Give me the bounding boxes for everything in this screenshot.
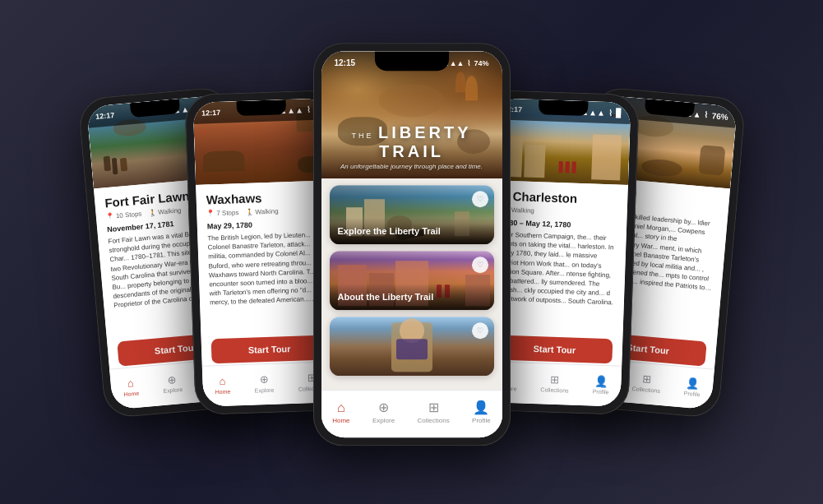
about-card-label: About the Liberty Trail: [338, 292, 434, 302]
wifi-icon: ⌇: [467, 59, 470, 67]
center-time: 12:15: [335, 58, 356, 67]
explore-card-label-area: Explore the Liberty Trail: [330, 218, 494, 244]
center-content: 12:15 ▲▲▲ ⌇ 74% THE LIBERTY TRAIL An unf…: [321, 51, 502, 437]
left-status-bar: 12:17 ▲▲▲ ⌇ ▊: [192, 98, 329, 124]
right-date: 1780 – May 12, 1780: [501, 218, 617, 230]
left-meta: 📍 7 Stops 🚶 Walking: [206, 206, 322, 217]
nav-explore-label: Explore: [163, 386, 183, 393]
left-hero: 12:17 ▲▲▲ ⌇ ▊ ‹: [192, 98, 331, 185]
collections-icon: ⊞: [550, 372, 560, 385]
left-title: Waxhaws: [206, 188, 322, 206]
about-liberty-trail-card[interactable]: About the Liberty Trail ♡: [330, 251, 494, 310]
home-icon: ⌂: [219, 374, 225, 386]
center-nav-collections[interactable]: ⊞ Collections: [418, 400, 450, 424]
center-nav-home[interactable]: ⌂ Home: [332, 400, 349, 424]
far-left-notch: [129, 99, 179, 118]
portrait-card[interactable]: ♡: [330, 317, 494, 376]
home-icon: ⌂: [127, 376, 134, 389]
right-hero: 12:17 ▲▲▲ ⌇ ▊: [492, 98, 631, 185]
explore-icon: ⊕: [259, 372, 269, 385]
the-label: THE: [351, 132, 378, 140]
right-nav-collections[interactable]: ⊞ Collections: [540, 372, 569, 392]
left-time: 12:17: [201, 108, 220, 117]
far-right-notch: [644, 99, 694, 118]
nav-profile-label: Profile: [472, 417, 491, 424]
explore-card-label: Explore the Liberty Trail: [338, 226, 441, 236]
center-cards-area: Explore the Liberty Trail ♡: [321, 178, 502, 390]
collections-icon: ⊞: [641, 372, 651, 385]
about-card-label-area: About the Liberty Trail: [330, 284, 494, 310]
center-status-icons: ▲▲▲ ⌇ 74%: [442, 59, 489, 67]
far-right-nav-profile[interactable]: 👤 Profile: [683, 376, 701, 397]
right-body: their Southern Campaign, the... their si…: [497, 229, 616, 307]
nav-home-label: Home: [215, 388, 230, 395]
left-transport: 🚶 Walking: [245, 207, 278, 215]
right-status-bar: 12:17 ▲▲▲ ⌇ ▊: [494, 98, 631, 124]
battery-icon: 74%: [474, 59, 488, 67]
wifi-icon: ⌇: [704, 109, 709, 118]
profile-icon: 👤: [686, 376, 700, 389]
nav-collections-label: Collections: [540, 386, 568, 392]
far-right-nav-collections[interactable]: ⊞ Collections: [631, 371, 661, 393]
phone-center: 12:15 ▲▲▲ ⌇ 74% THE LIBERTY TRAIL An unf…: [313, 43, 511, 446]
left-stops: 📍 7 Stops: [206, 209, 238, 217]
nav-explore-label: Explore: [254, 386, 274, 393]
nav-profile-label: Profile: [592, 388, 608, 395]
left-back-button[interactable]: ‹: [201, 125, 205, 136]
portrait-card-favorite[interactable]: ♡: [472, 322, 488, 339]
nav-explore-label: Explore: [372, 417, 395, 424]
walk-icon: 🚶: [147, 208, 156, 216]
right-title: lf Charleston: [502, 188, 618, 206]
explore-icon: ⊕: [378, 400, 389, 415]
right-notch: [538, 99, 588, 116]
portrait-card-bg: [330, 317, 494, 376]
left-nav-explore[interactable]: ⊕ Explore: [253, 372, 274, 393]
explore-card-favorite[interactable]: ♡: [472, 191, 488, 207]
profile-icon: 👤: [473, 400, 489, 415]
liberty-trail-title: THE LIBERTY TRAIL: [321, 123, 502, 161]
home-icon: ⌂: [337, 400, 345, 415]
right-meta: 🚶 Walking: [501, 206, 617, 217]
nav-collections-label: Collections: [418, 417, 450, 424]
left-date: May 29, 1780: [206, 218, 322, 230]
wifi-icon: ⌇: [306, 104, 310, 113]
pin-icon: 📍: [206, 210, 215, 217]
walk-icon: 🚶: [245, 208, 253, 215]
left-notch: [236, 99, 286, 116]
right-nav-profile[interactable]: 👤 Profile: [592, 374, 609, 395]
nav-profile-label: Profile: [683, 390, 700, 397]
center-nav-explore[interactable]: ⊕ Explore: [372, 400, 395, 424]
liberty-trail-subtitle: An unforgettable journey through place a…: [321, 163, 502, 170]
explore-liberty-trail-card[interactable]: Explore the Liberty Trail ♡: [330, 185, 494, 244]
collections-icon: ⊞: [428, 400, 439, 415]
right-start-tour-button[interactable]: Start Tour: [496, 335, 613, 363]
left-nav-home[interactable]: ⌂ Home: [214, 374, 230, 395]
nav-collections-label: Collections: [631, 385, 660, 393]
left-body: The British Legion, led by Lieuten... Co…: [207, 229, 326, 307]
battery-icon: ▊: [615, 108, 622, 117]
far-left-time: 12:17: [95, 110, 114, 120]
far-left-transport: 🚶 Walking: [147, 206, 181, 216]
nav-home-label: Home: [123, 390, 139, 397]
center-notch: [375, 51, 449, 71]
pin-icon: 📍: [105, 212, 114, 220]
battery-icon: 76%: [711, 110, 728, 121]
profile-icon: 👤: [594, 374, 608, 387]
center-status-bar: 12:15 ▲▲▲ ⌇ 74%: [321, 51, 502, 76]
center-bottom-nav: ⌂ Home ⊕ Explore ⊞ Collections 👤 Profile: [321, 390, 502, 437]
phone-center-screen: 12:15 ▲▲▲ ⌇ 74% THE LIBERTY TRAIL An unf…: [321, 51, 502, 437]
nav-home-label: Home: [332, 417, 349, 424]
center-nav-profile[interactable]: 👤 Profile: [472, 400, 491, 424]
about-card-favorite[interactable]: ♡: [472, 257, 488, 273]
far-left-stops: 📍 10 Stops: [105, 210, 141, 220]
liberty-trail-header: THE LIBERTY TRAIL An unforgettable journ…: [321, 123, 502, 170]
far-left-nav-explore[interactable]: ⊕ Explore: [161, 372, 183, 393]
left-start-tour-button[interactable]: Start Tour: [210, 335, 327, 363]
far-left-nav-home[interactable]: ⌂ Home: [122, 376, 139, 397]
explore-icon: ⊕: [167, 372, 177, 386]
center-hero: 12:15 ▲▲▲ ⌇ 74% THE LIBERTY TRAIL An unf…: [321, 51, 502, 178]
wifi-icon: ⌇: [608, 108, 612, 117]
